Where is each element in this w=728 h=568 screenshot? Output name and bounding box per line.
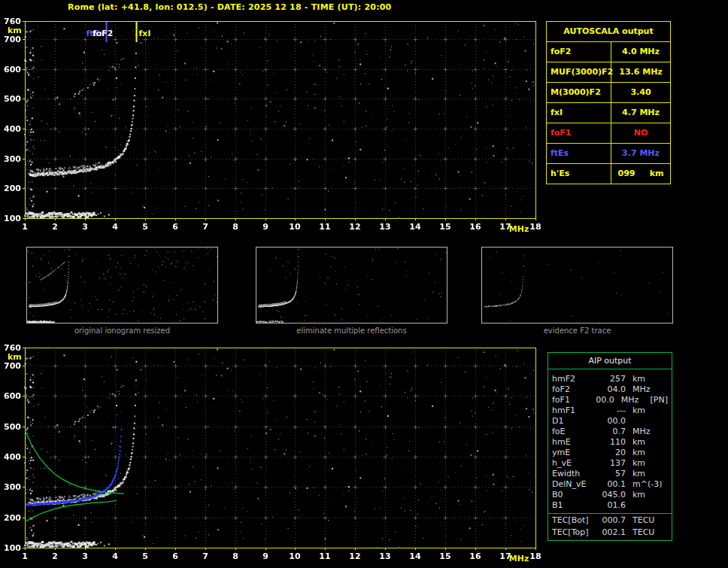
aip-param-unit: TECU [626,527,667,538]
aip-param-extra [667,490,668,500]
aip-param-unit: km [626,448,667,458]
aip-param-extra [667,374,668,384]
aip-param-value: --- [599,405,626,416]
autoscala-param-label: M(3000)F2 [547,83,611,102]
autoscala-output-table: AUTOSCALA output foF24.0 MHzMUF(3000)F21… [546,21,671,184]
aip-param-label: B1 [552,500,599,511]
aip-param-unit: TECU [626,515,667,527]
autoscala-param-value: 4.7 MHz [611,103,670,123]
aip-param-extra [667,458,668,469]
top-ionogram-plot [0,15,543,238]
aip-param-extra [667,469,668,479]
autoscala-row: MUF(3000)F213.6 MHz [547,62,670,83]
aip-row: B0045.0km [548,490,672,500]
aip-param-value: 20 [599,448,626,458]
aip-param-label: foF1 [552,395,591,405]
aip-param-label: TEC[Bot] [552,515,599,527]
aip-param-label: DelN_vE [552,479,599,490]
aip-param-unit: MHz [614,395,651,405]
autoscala-param-value: 3.40 [611,83,670,102]
aip-row: B101.6 [548,500,672,511]
aip-param-value: 257 [599,374,626,384]
aip-param-value: 00.1 [599,479,626,490]
aip-table-title: AIP output [548,353,672,369]
aip-param-unit [626,416,667,427]
autoscala-param-value: 4.0 MHz [611,42,670,62]
aip-param-unit: MHz [626,427,667,437]
page-title: Rome (lat: +41.8, lon: 012.5) - DATE: 20… [68,2,391,12]
aip-param-unit: MHz [626,384,667,395]
autoscala-param-label: fxI [547,103,611,123]
aip-param-value: 00.0 [599,416,626,427]
aip-param-unit: km [626,437,667,448]
aip-param-label: B0 [552,490,599,500]
aip-row: ymE20km [548,448,672,458]
autoscala-param-label: foF2 [547,42,611,62]
autoscala-table-title: AUTOSCALA output [547,22,670,42]
autoscala-app-window: Rome (lat: +41.8, lon: 012.5) - DATE: 20… [0,0,728,568]
aip-param-extra [667,448,668,458]
bottom-ionogram-plot [0,340,543,566]
aip-param-unit: km [626,458,667,469]
aip-param-value: 04.0 [599,384,626,395]
aip-param-label: D1 [552,416,599,427]
aip-param-unit [626,500,667,511]
aip-param-extra [667,527,668,538]
aip-param-unit: km [626,374,667,384]
aip-param-extra [667,515,668,527]
aip-param-extra [667,405,668,416]
thumbnail-original-caption: original ionogram resized [26,327,218,335]
autoscala-param-value: 13.6 MHz [611,62,670,82]
aip-param-value: 045.0 [599,490,626,500]
aip-param-extra [667,384,668,395]
aip-param-value: 002.1 [599,527,626,538]
aip-param-extra [667,416,668,427]
autoscala-row: fxI4.7 MHz [547,103,670,123]
aip-row: foF100.0MHz[PN] [548,395,672,405]
aip-param-extra [667,437,668,448]
autoscala-row: foF24.0 MHz [547,42,670,62]
aip-param-value: 137 [599,458,626,469]
autoscala-param-label: h'Es [547,164,611,184]
aip-param-value: 01.6 [599,500,626,511]
aip-rows: hmF2257kmfoF204.0MHzfoF100.0MHz[PN]hmF1-… [548,374,672,538]
thumbnail-eliminate-reflections-caption: eliminate multiple reflections [256,327,447,335]
autoscala-param-value: NO [611,123,670,143]
aip-param-label: hmF2 [552,374,599,384]
aip-row: foE0.7MHz [548,427,672,437]
thumbnail-evidence-f2-canvas [481,247,673,323]
aip-param-extra [667,500,668,511]
aip-row: h_vE137km [548,458,672,469]
aip-row: Ewidth57km [548,469,672,479]
autoscala-param-value: 3.7 MHz [611,144,670,163]
aip-row: hmF1---km [548,405,672,416]
aip-row: DelN_vE00.1m^(-3) [548,479,672,490]
aip-param-extra: [PN] [651,395,668,405]
thumbnail-eliminate-reflections-canvas [256,247,447,323]
aip-param-unit: m^(-3) [626,479,667,490]
aip-row: TEC[Bot]000.7TECU [548,513,672,527]
aip-param-label: Ewidth [552,469,599,479]
aip-param-label: h_vE [552,458,599,469]
aip-row: hmF2257km [548,374,672,384]
autoscala-row: ftEs3.7 MHz [547,144,670,164]
aip-row: D100.0 [548,416,672,427]
autoscala-param-value: 099 km [611,164,670,184]
aip-param-value: 57 [599,469,626,479]
aip-param-extra [667,479,668,490]
aip-param-label: ymE [552,448,599,458]
autoscala-row: h'Es099 km [547,164,670,184]
aip-param-value: 0.7 [599,427,626,437]
aip-row: foF204.0MHz [548,384,672,395]
autoscala-param-label: ftEs [547,144,611,163]
aip-param-unit: km [626,490,667,500]
autoscala-rows: foF24.0 MHzMUF(3000)F213.6 MHzM(3000)F23… [547,42,670,184]
aip-param-label: hmF1 [552,405,599,416]
aip-param-unit: km [626,405,667,416]
aip-param-extra [667,427,668,437]
aip-param-label: foF2 [552,384,599,395]
autoscala-param-label: MUF(3000)F2 [547,62,611,82]
thumbnail-original: original ionogram resized [26,247,218,335]
autoscala-param-label: foF1 [547,123,611,143]
aip-row: TEC[Top]002.1TECU [548,527,672,538]
